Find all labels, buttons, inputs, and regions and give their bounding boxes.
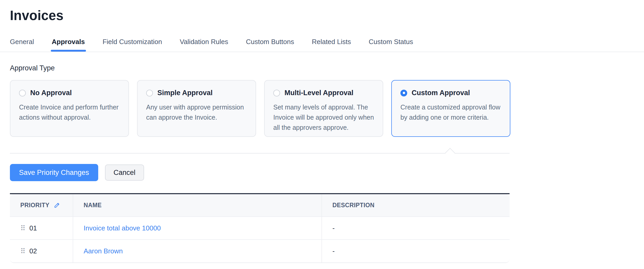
description-cell: - (322, 217, 510, 240)
tab-approvals[interactable]: Approvals (52, 38, 85, 52)
approval-option-title: No Approval (30, 89, 72, 97)
approval-option-description: Set many levels of approval. The Invoice… (273, 102, 374, 133)
approval-option-description: Any user with approve permission can app… (146, 102, 247, 123)
approval-priority-table: PRIORITY NAME DESCRIPTION (10, 193, 510, 263)
column-header-name: NAME (73, 194, 322, 217)
priority-actions: Save Priority Changes Cancel (10, 164, 644, 181)
priority-value: 02 (29, 247, 37, 255)
approval-type-label: Approval Type (10, 64, 644, 72)
name-cell: Invoice total above 10000 (73, 217, 322, 240)
approval-option-simple-approval[interactable]: Simple Approval Any user with approve pe… (137, 80, 256, 137)
drag-handle-icon[interactable]: ⠿ (20, 225, 26, 232)
description-cell: - (322, 240, 510, 262)
save-priority-changes-button[interactable]: Save Priority Changes (10, 164, 98, 181)
edit-priority-icon[interactable] (53, 202, 60, 209)
table-row: ⠿ 01 Invoice total above 10000 - (10, 217, 510, 240)
approval-option-title: Multi-Level Approval (284, 89, 354, 97)
tab-validation-rules[interactable]: Validation Rules (180, 38, 228, 52)
approval-option-no-approval[interactable]: No Approval Create Invoice and perform f… (10, 80, 129, 137)
approval-rule-link[interactable]: Aaron Brown (84, 247, 123, 255)
approval-option-description: Create Invoice and perform further actio… (19, 102, 120, 123)
tab-field-customization[interactable]: Field Customization (103, 38, 162, 52)
priority-value: 01 (29, 224, 37, 232)
approval-option-multi-level-approval[interactable]: Multi-Level Approval Set many levels of … (264, 80, 383, 137)
approval-option-custom-approval[interactable]: Custom Approval Create a customized appr… (391, 80, 510, 137)
tab-general[interactable]: General (10, 38, 34, 52)
radio-unselected-icon[interactable] (273, 90, 280, 96)
approval-rule-link[interactable]: Invoice total above 10000 (84, 224, 161, 232)
column-header-priority: PRIORITY (10, 194, 73, 217)
approval-option-title: Custom Approval (412, 89, 470, 97)
radio-unselected-icon[interactable] (146, 90, 153, 96)
drag-handle-icon[interactable]: ⠿ (20, 248, 26, 255)
page-title: Invoices (10, 8, 644, 23)
approval-option-description: Create a customized approval flow by add… (400, 102, 501, 123)
settings-tabs: General Approvals Field Customization Va… (10, 38, 644, 52)
section-divider (10, 153, 510, 154)
radio-selected-icon[interactable] (400, 90, 407, 96)
priority-cell: ⠿ 01 (10, 217, 73, 240)
radio-unselected-icon[interactable] (19, 90, 26, 96)
column-header-description: DESCRIPTION (322, 194, 510, 217)
priority-header-label: PRIORITY (20, 202, 49, 209)
caret-up-icon (445, 148, 455, 158)
tab-related-lists[interactable]: Related Lists (312, 38, 351, 52)
tab-custom-buttons[interactable]: Custom Buttons (246, 38, 294, 52)
priority-cell: ⠿ 02 (10, 240, 73, 262)
tabs-divider (0, 52, 644, 52)
approval-option-title: Simple Approval (157, 89, 213, 97)
cancel-button[interactable]: Cancel (105, 164, 144, 181)
approval-type-options: No Approval Create Invoice and perform f… (10, 80, 644, 137)
table-row: ⠿ 02 Aaron Brown - (10, 240, 510, 262)
tab-custom-status[interactable]: Custom Status (369, 38, 413, 52)
table-header-row: PRIORITY NAME DESCRIPTION (10, 194, 510, 217)
name-cell: Aaron Brown (73, 240, 322, 262)
